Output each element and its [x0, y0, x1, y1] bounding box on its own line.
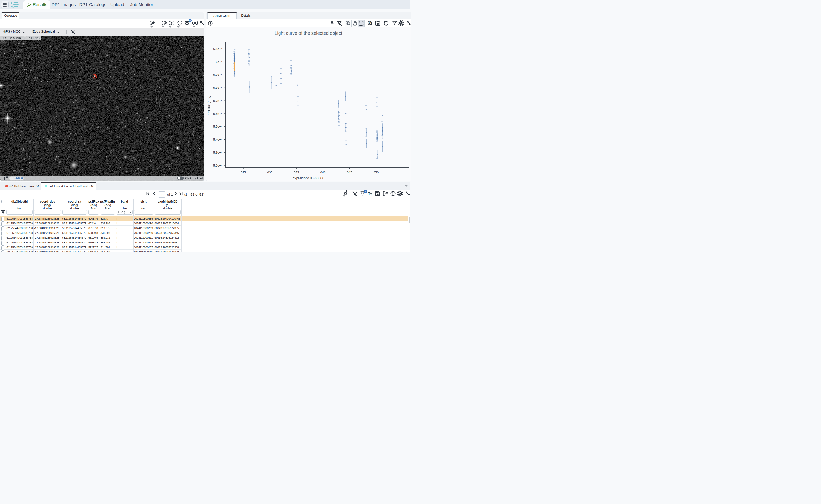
svg-text:5.4e+4: 5.4e+4 — [213, 138, 223, 141]
svg-text:650: 650 — [373, 171, 379, 174]
svg-text:FOV:6.6': FOV:6.6' — [31, 36, 43, 40]
svg-text:5.3e+4: 5.3e+4 — [213, 151, 223, 154]
svg-text:psfFlux (nJy): psfFlux (nJy) — [207, 96, 211, 115]
svg-text:EQ-J2000:: EQ-J2000: — [11, 177, 23, 180]
svg-text:6e+4: 6e+4 — [216, 60, 223, 64]
svg-text:expMidptMJD-60000: expMidptMJD-60000 — [293, 176, 324, 180]
svg-text:635: 635 — [294, 171, 299, 174]
svg-text:5.5e+4: 5.5e+4 — [213, 125, 223, 128]
svg-text:T: T — [370, 192, 372, 196]
svg-text:645: 645 — [347, 171, 352, 174]
svg-text:9: 9 — [189, 19, 190, 22]
svg-text:5.6e+4: 5.6e+4 — [213, 112, 223, 115]
svg-text:LSSTComCam: DP1 r: LSSTComCam: DP1 r — [2, 36, 30, 40]
svg-text:5.9e+4: 5.9e+4 — [213, 73, 223, 76]
svg-text:Click Lock: off: Click Lock: off — [185, 177, 203, 180]
svg-text:6.1e+4: 6.1e+4 — [213, 47, 223, 51]
svg-text:630: 630 — [267, 171, 273, 174]
svg-text:625: 625 — [241, 171, 246, 174]
svg-text:Light curve of the selected ob: Light curve of the selected object — [275, 31, 342, 36]
svg-text:1: 1 — [365, 190, 366, 193]
svg-text:5.2e+4: 5.2e+4 — [213, 164, 223, 167]
svg-text:5.8e+4: 5.8e+4 — [213, 86, 223, 89]
svg-text:640: 640 — [320, 171, 326, 174]
svg-text:1X: 1X — [368, 22, 371, 24]
svg-text:5.7e+4: 5.7e+4 — [213, 99, 223, 102]
